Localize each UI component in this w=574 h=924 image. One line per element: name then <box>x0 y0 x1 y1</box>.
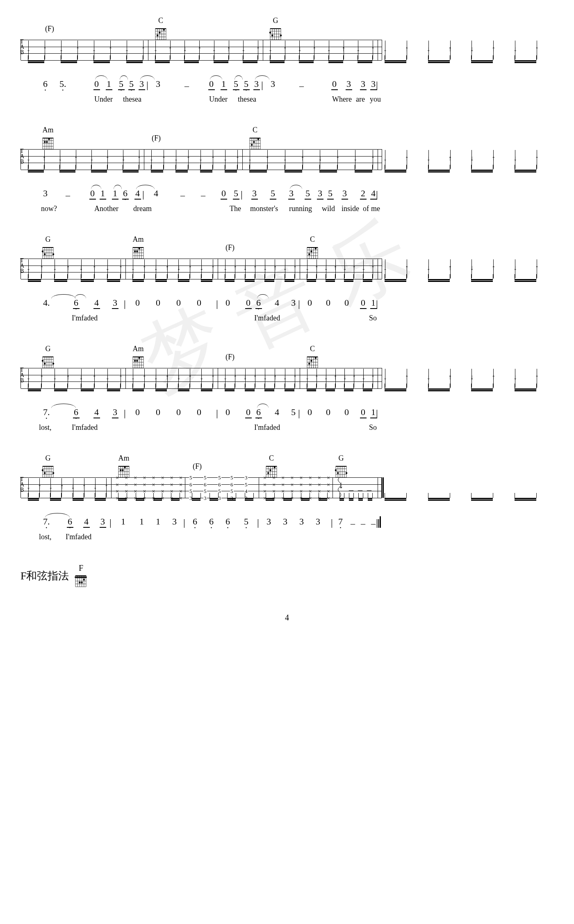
svg-point-196 <box>346 472 347 474</box>
svg-point-125 <box>134 360 136 361</box>
svg-point-124 <box>138 357 140 359</box>
lyric-text: I'mfaded <box>72 314 98 322</box>
svg-point-56 <box>251 144 253 145</box>
svg-point-154 <box>52 472 54 474</box>
lyric-text: I'mfaded <box>254 423 280 432</box>
svg-point-42 <box>46 141 48 143</box>
lyric-text: of <box>363 204 369 213</box>
svg-point-55 <box>253 141 255 143</box>
lyric-text: inside <box>342 204 359 213</box>
svg-point-180 <box>274 466 276 468</box>
svg-point-70 <box>52 253 54 255</box>
svg-point-152 <box>42 469 43 471</box>
lyric-text: now? <box>41 204 57 213</box>
svg-point-28 <box>280 34 282 36</box>
svg-point-153 <box>44 472 46 474</box>
svg-point-96 <box>315 247 317 249</box>
chord-label: (F) <box>152 134 161 143</box>
svg-point-138 <box>315 357 317 359</box>
svg-point-166 <box>124 466 125 468</box>
svg-rect-127 <box>307 356 318 357</box>
svg-rect-15 <box>270 28 281 29</box>
svg-point-140 <box>308 363 310 364</box>
svg-rect-1 <box>155 28 166 29</box>
lyric-text: running <box>289 204 312 213</box>
chord-label: (F) <box>226 243 235 252</box>
lyric-text: lost, <box>39 423 52 432</box>
svg-rect-71 <box>133 247 144 248</box>
svg-point-54 <box>257 138 259 140</box>
svg-point-168 <box>122 469 123 471</box>
lyric-text: lost, <box>39 533 52 541</box>
svg-point-40 <box>48 138 50 140</box>
music-system: Am(F) CTAB↓↑↓↑↓↑↓↑↓↑↓↑↓↑↓↑↓↑↓↑↓↑↓↑↓↑↓↑↓↑… <box>20 126 554 217</box>
music-system: G Am(F) C GTAB↓↑↓↑↓↑↓↑××××××××××××××××××… <box>20 454 554 545</box>
lyric-text: Where <box>332 95 352 104</box>
svg-point-208 <box>83 579 85 580</box>
page-number: 4 <box>20 613 554 622</box>
svg-point-167 <box>120 469 121 471</box>
lyric-text: So <box>369 423 377 432</box>
svg-point-111 <box>44 363 46 364</box>
svg-point-112 <box>52 363 54 364</box>
svg-point-12 <box>163 29 165 30</box>
svg-rect-57 <box>43 247 53 248</box>
footer-text: F和弦指法 <box>20 569 69 583</box>
svg-rect-29 <box>43 138 53 138</box>
lyric-text: thesea <box>123 95 141 104</box>
svg-point-68 <box>42 250 43 252</box>
music-system: G Am(F) CTAB↓↑↓↑↓↑↓↑↓↑↓↑↓↑↓↑↓↑↓↑↓↑↓↑↓↑↓↑… <box>20 345 554 436</box>
lyric-text: I'mfaded <box>254 314 280 322</box>
svg-point-41 <box>44 141 46 143</box>
lyric-text: I'mfaded <box>72 423 98 432</box>
svg-rect-183 <box>336 466 346 467</box>
lyric-text: are <box>356 95 365 104</box>
svg-point-110 <box>42 360 43 361</box>
svg-rect-141 <box>43 466 53 467</box>
svg-point-27 <box>271 34 273 36</box>
svg-rect-99 <box>43 356 53 357</box>
chord-label: (F) <box>226 353 235 361</box>
lyric-text: So <box>369 314 377 322</box>
svg-point-97 <box>310 250 312 252</box>
lyric-text: The <box>230 204 241 213</box>
lyric-text: monster's <box>250 204 278 213</box>
svg-point-182 <box>267 472 269 474</box>
svg-point-14 <box>157 34 158 36</box>
svg-rect-113 <box>133 356 144 357</box>
lyric-text: Under <box>209 95 228 104</box>
svg-point-195 <box>337 472 339 474</box>
lyric-text: dream <box>133 204 152 213</box>
footer-chord-name: F <box>79 563 83 573</box>
svg-rect-43 <box>250 138 260 138</box>
lyric-text: thesea <box>238 95 256 104</box>
chord-label: (F) <box>193 462 202 471</box>
svg-point-82 <box>138 247 140 249</box>
lyric-text: me <box>371 204 380 213</box>
svg-point-209 <box>81 581 83 583</box>
svg-point-13 <box>159 32 160 33</box>
svg-point-69 <box>44 253 46 255</box>
chord-label: (F) <box>45 25 54 33</box>
svg-point-26 <box>269 32 271 33</box>
svg-rect-85 <box>307 247 318 248</box>
lyric-text: wild <box>322 204 335 213</box>
svg-point-126 <box>136 360 138 361</box>
svg-point-84 <box>136 250 138 252</box>
svg-rect-169 <box>266 466 277 467</box>
svg-point-210 <box>79 581 81 583</box>
svg-point-194 <box>335 469 337 471</box>
music-system: G Am(F) CTAB↓↑↓↑↓↑↓↑↓↑↓↑↓↑↓↑↓↑↓↑↓↑↓↑↓↑↓↑… <box>20 235 554 326</box>
lyric-text: I'mfaded <box>66 533 91 541</box>
svg-point-83 <box>134 250 136 252</box>
svg-point-139 <box>310 360 312 361</box>
svg-rect-155 <box>118 466 129 467</box>
svg-point-98 <box>308 253 310 255</box>
svg-rect-197 <box>75 575 86 576</box>
lyric-text: Another <box>94 204 118 213</box>
svg-rect-211 <box>75 577 87 578</box>
music-system: (F) C GTAB↓↑↓↑↓↑↓↑↓↑↓↑↓↑↓↑↓↑↓↑↓↑↓↑↓↑↓↑↓↑… <box>20 16 554 107</box>
lyric-text: Under <box>94 95 113 104</box>
svg-point-181 <box>269 469 271 471</box>
footer-chord-legend: F和弦指法 F <box>20 563 554 588</box>
